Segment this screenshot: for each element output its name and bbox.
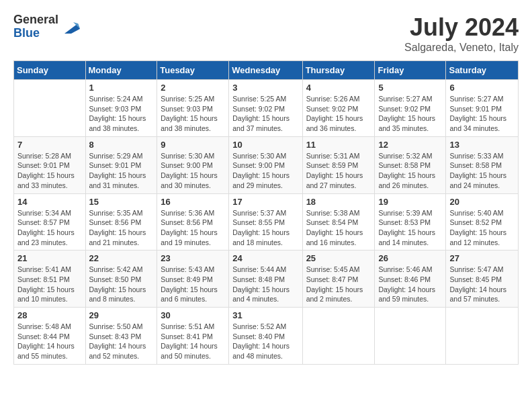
day-number: 21 [17, 253, 82, 263]
calendar-week-row: 28 Sunrise: 5:48 AMSunset: 8:44 PMDaylig… [14, 308, 519, 365]
calendar-cell: 27 Sunrise: 5:47 AMSunset: 8:45 PMDaylig… [446, 250, 519, 308]
calendar-week-row: 14 Sunrise: 5:34 AMSunset: 8:57 PMDaylig… [14, 193, 519, 250]
day-detail: Sunrise: 5:24 AMSunset: 9:03 PMDaylight:… [89, 95, 146, 132]
day-number: 29 [89, 310, 154, 320]
subtitle: Salgareda, Veneto, Italy [404, 42, 519, 54]
day-detail: Sunrise: 5:36 AMSunset: 8:56 PMDaylight:… [161, 209, 218, 246]
day-detail: Sunrise: 5:38 AMSunset: 8:54 PMDaylight:… [306, 209, 363, 246]
calendar-cell: 2 Sunrise: 5:25 AMSunset: 9:03 PMDayligh… [157, 80, 229, 137]
calendar-cell: 29 Sunrise: 5:50 AMSunset: 8:43 PMDaylig… [85, 308, 157, 365]
day-detail: Sunrise: 5:42 AMSunset: 8:50 PMDaylight:… [89, 265, 146, 303]
calendar-cell [375, 308, 446, 365]
day-detail: Sunrise: 5:45 AMSunset: 8:47 PMDaylight:… [306, 265, 363, 303]
day-number: 20 [449, 197, 515, 207]
day-number: 30 [161, 310, 225, 320]
day-detail: Sunrise: 5:25 AMSunset: 9:02 PMDaylight:… [232, 95, 290, 132]
calendar-cell: 16 Sunrise: 5:36 AMSunset: 8:56 PMDaylig… [157, 193, 229, 250]
calendar-week-row: 7 Sunrise: 5:28 AMSunset: 9:01 PMDayligh… [14, 136, 519, 193]
main-title: July 2024 [404, 13, 519, 42]
calendar-cell: 28 Sunrise: 5:48 AMSunset: 8:44 PMDaylig… [14, 308, 86, 365]
day-detail: Sunrise: 5:35 AMSunset: 8:56 PMDaylight:… [89, 209, 146, 246]
weekday-header-tuesday: Tuesday [157, 61, 229, 80]
day-detail: Sunrise: 5:47 AMSunset: 8:45 PMDaylight:… [449, 265, 506, 303]
calendar-cell: 5 Sunrise: 5:27 AMSunset: 9:02 PMDayligh… [375, 80, 446, 137]
logo-text: General Blue [13, 13, 58, 40]
day-detail: Sunrise: 5:28 AMSunset: 9:01 PMDaylight:… [17, 152, 75, 189]
day-detail: Sunrise: 5:30 AMSunset: 9:00 PMDaylight:… [161, 152, 218, 189]
calendar-cell: 21 Sunrise: 5:41 AMSunset: 8:51 PMDaylig… [14, 250, 86, 308]
calendar-cell: 12 Sunrise: 5:32 AMSunset: 8:58 PMDaylig… [375, 136, 446, 193]
calendar-cell: 31 Sunrise: 5:52 AMSunset: 8:40 PMDaylig… [229, 308, 302, 365]
calendar-cell: 1 Sunrise: 5:24 AMSunset: 9:03 PMDayligh… [85, 80, 157, 137]
weekday-header-thursday: Thursday [302, 61, 375, 80]
day-detail: Sunrise: 5:25 AMSunset: 9:03 PMDaylight:… [161, 95, 218, 132]
day-detail: Sunrise: 5:40 AMSunset: 8:52 PMDaylight:… [449, 209, 506, 246]
day-number: 11 [306, 140, 371, 150]
day-number: 19 [378, 197, 442, 207]
day-number: 18 [306, 197, 371, 207]
day-number: 26 [378, 253, 442, 263]
page-header: General Blue July 2024 Salgareda, Veneto… [13, 13, 519, 54]
day-detail: Sunrise: 5:52 AMSunset: 8:40 PMDaylight:… [232, 322, 290, 360]
day-detail: Sunrise: 5:48 AMSunset: 8:44 PMDaylight:… [17, 322, 75, 360]
day-detail: Sunrise: 5:43 AMSunset: 8:49 PMDaylight:… [161, 265, 218, 303]
title-block: July 2024 Salgareda, Veneto, Italy [404, 13, 519, 54]
calendar-cell: 19 Sunrise: 5:39 AMSunset: 8:53 PMDaylig… [375, 193, 446, 250]
day-number: 6 [449, 83, 515, 93]
day-number: 7 [17, 140, 82, 150]
day-detail: Sunrise: 5:29 AMSunset: 9:01 PMDaylight:… [89, 152, 146, 189]
logo-icon [61, 17, 81, 37]
day-number: 16 [161, 197, 225, 207]
day-number: 24 [232, 253, 298, 263]
weekday-header-saturday: Saturday [446, 61, 519, 80]
day-detail: Sunrise: 5:44 AMSunset: 8:48 PMDaylight:… [232, 265, 290, 303]
weekday-header-monday: Monday [85, 61, 157, 80]
calendar-cell: 10 Sunrise: 5:30 AMSunset: 9:00 PMDaylig… [229, 136, 302, 193]
day-number: 27 [449, 253, 515, 263]
calendar-cell: 9 Sunrise: 5:30 AMSunset: 9:00 PMDayligh… [157, 136, 229, 193]
calendar-cell: 24 Sunrise: 5:44 AMSunset: 8:48 PMDaylig… [229, 250, 302, 308]
calendar-cell: 26 Sunrise: 5:46 AMSunset: 8:46 PMDaylig… [375, 250, 446, 308]
calendar-cell: 6 Sunrise: 5:27 AMSunset: 9:01 PMDayligh… [446, 80, 519, 137]
day-detail: Sunrise: 5:46 AMSunset: 8:46 PMDaylight:… [378, 265, 435, 303]
calendar-cell: 22 Sunrise: 5:42 AMSunset: 8:50 PMDaylig… [85, 250, 157, 308]
day-detail: Sunrise: 5:32 AMSunset: 8:58 PMDaylight:… [378, 152, 435, 189]
day-number: 15 [89, 197, 154, 207]
day-number: 1 [89, 83, 154, 93]
weekday-header-row: SundayMondayTuesdayWednesdayThursdayFrid… [14, 61, 519, 80]
weekday-header-wednesday: Wednesday [229, 61, 302, 80]
calendar-cell [302, 308, 375, 365]
logo-general: General [13, 13, 58, 27]
day-detail: Sunrise: 5:26 AMSunset: 9:02 PMDaylight:… [306, 95, 363, 132]
day-number: 17 [232, 197, 298, 207]
day-number: 14 [17, 197, 82, 207]
day-number: 10 [232, 140, 298, 150]
calendar-cell: 20 Sunrise: 5:40 AMSunset: 8:52 PMDaylig… [446, 193, 519, 250]
logo: General Blue [13, 13, 81, 40]
day-number: 5 [378, 83, 442, 93]
day-detail: Sunrise: 5:34 AMSunset: 8:57 PMDaylight:… [17, 209, 75, 246]
calendar-cell: 4 Sunrise: 5:26 AMSunset: 9:02 PMDayligh… [302, 80, 375, 137]
day-detail: Sunrise: 5:31 AMSunset: 8:59 PMDaylight:… [306, 152, 363, 189]
day-number: 13 [449, 140, 515, 150]
day-number: 12 [378, 140, 442, 150]
day-number: 8 [89, 140, 154, 150]
day-detail: Sunrise: 5:37 AMSunset: 8:55 PMDaylight:… [232, 209, 290, 246]
day-detail: Sunrise: 5:27 AMSunset: 9:01 PMDaylight:… [449, 95, 506, 132]
day-detail: Sunrise: 5:27 AMSunset: 9:02 PMDaylight:… [378, 95, 435, 132]
day-number: 2 [161, 83, 225, 93]
calendar-week-row: 21 Sunrise: 5:41 AMSunset: 8:51 PMDaylig… [14, 250, 519, 308]
day-detail: Sunrise: 5:33 AMSunset: 8:58 PMDaylight:… [449, 152, 506, 189]
calendar-cell: 14 Sunrise: 5:34 AMSunset: 8:57 PMDaylig… [14, 193, 86, 250]
calendar-cell: 7 Sunrise: 5:28 AMSunset: 9:01 PMDayligh… [14, 136, 86, 193]
calendar-cell: 30 Sunrise: 5:51 AMSunset: 8:41 PMDaylig… [157, 308, 229, 365]
day-detail: Sunrise: 5:30 AMSunset: 9:00 PMDaylight:… [232, 152, 290, 189]
weekday-header-sunday: Sunday [14, 61, 86, 80]
day-number: 4 [306, 83, 371, 93]
calendar-cell: 17 Sunrise: 5:37 AMSunset: 8:55 PMDaylig… [229, 193, 302, 250]
calendar-cell: 25 Sunrise: 5:45 AMSunset: 8:47 PMDaylig… [302, 250, 375, 308]
day-number: 22 [89, 253, 154, 263]
calendar-week-row: 1 Sunrise: 5:24 AMSunset: 9:03 PMDayligh… [14, 80, 519, 137]
day-number: 31 [232, 310, 298, 320]
day-detail: Sunrise: 5:50 AMSunset: 8:43 PMDaylight:… [89, 322, 146, 360]
